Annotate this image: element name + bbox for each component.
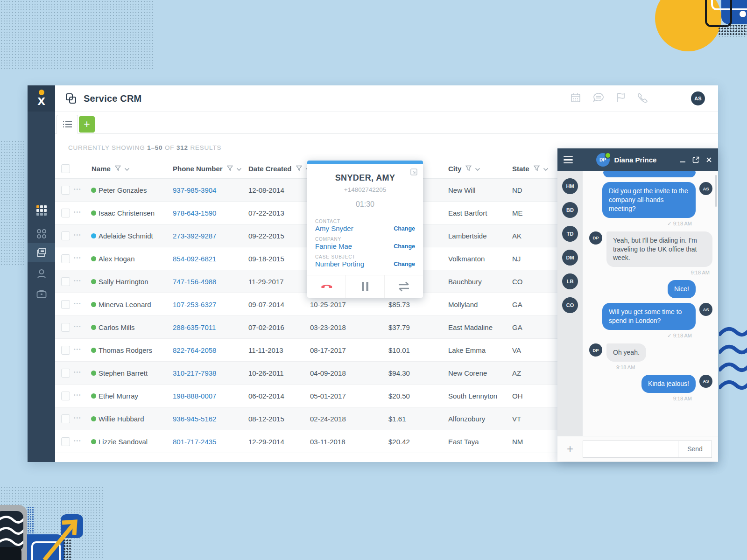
- change-link[interactable]: Change: [394, 261, 415, 267]
- cell-phone[interactable]: 978-643-1590: [173, 202, 216, 224]
- row-actions-menu[interactable]: •••: [74, 370, 82, 375]
- cell-phone[interactable]: 854-092-6821: [173, 247, 216, 270]
- cell-phone[interactable]: 198-888-0007: [173, 385, 216, 407]
- filter-icon[interactable]: [227, 165, 233, 173]
- row-actions-menu[interactable]: •••: [74, 255, 82, 260]
- row-actions-menu[interactable]: •••: [74, 301, 82, 306]
- row-checkbox[interactable]: [61, 277, 70, 286]
- expand-call-icon[interactable]: [410, 168, 417, 177]
- nextiva-logo[interactable]: x: [28, 85, 55, 112]
- sidebar-item-contacts[interactable]: [28, 265, 55, 283]
- conversation-avatar-dm[interactable]: DM: [562, 250, 578, 266]
- conversation-avatar-lb[interactable]: LB: [562, 273, 578, 289]
- sort-chevron-icon[interactable]: [543, 165, 549, 173]
- change-link[interactable]: Change: [394, 225, 415, 232]
- row-actions-menu[interactable]: •••: [74, 415, 82, 420]
- row-checkbox[interactable]: [61, 254, 70, 263]
- cell-phone[interactable]: 310-217-7938: [173, 362, 216, 384]
- column-label: Phone Number: [173, 165, 223, 173]
- cell-phone[interactable]: 273-392-9287: [173, 224, 216, 247]
- conversation-avatar-td[interactable]: TD: [562, 226, 578, 242]
- list-view-icon: [63, 121, 72, 128]
- row-checkbox[interactable]: [61, 437, 70, 446]
- row-checkbox[interactable]: [61, 414, 70, 423]
- sort-chevron-icon[interactable]: [236, 165, 242, 173]
- message-input[interactable]: [583, 441, 678, 457]
- flag-icon[interactable]: [616, 92, 626, 105]
- send-button[interactable]: Send: [678, 441, 712, 457]
- cell-name: Lizzie Sandoval: [99, 430, 148, 453]
- sidebar-item-dashboard[interactable]: [28, 224, 55, 243]
- tab-list-view[interactable]: [56, 115, 78, 134]
- filter-icon[interactable]: [296, 165, 302, 173]
- sidebar-item-cases[interactable]: [28, 285, 55, 303]
- row-checkbox[interactable]: [61, 369, 70, 378]
- sidebar-item-records[interactable]: [28, 243, 55, 262]
- filter-icon[interactable]: [115, 165, 121, 173]
- row-checkbox[interactable]: [61, 323, 70, 332]
- row-actions-menu[interactable]: •••: [74, 210, 82, 215]
- cell-city: Bauchbury: [448, 270, 482, 293]
- row-checkbox[interactable]: [61, 346, 70, 355]
- message-timestamp: ✓ 9:18 AM: [589, 333, 712, 339]
- row-checkbox[interactable]: [61, 209, 70, 217]
- conversation-avatar-hm[interactable]: HM: [562, 178, 578, 194]
- minimize-chat-icon[interactable]: [680, 157, 686, 163]
- chat-contact-name: Diana Prince: [614, 156, 657, 164]
- row-actions-menu[interactable]: •••: [74, 232, 82, 238]
- row-checkbox[interactable]: [61, 231, 70, 240]
- cell-city: Lambertside: [448, 224, 487, 247]
- status-dot: [91, 439, 96, 444]
- cell-phone[interactable]: 801-717-2435: [173, 430, 216, 453]
- hang-up-icon: [320, 280, 332, 293]
- hold-button[interactable]: [345, 275, 384, 298]
- column-header-date-created[interactable]: Date Created: [248, 159, 311, 178]
- row-checkbox[interactable]: [61, 300, 70, 309]
- call-field-value-link[interactable]: Amy Snyder: [315, 224, 353, 232]
- user-avatar[interactable]: AS: [691, 91, 705, 105]
- row-checkbox[interactable]: [61, 186, 70, 195]
- chat-menu-icon[interactable]: [564, 156, 573, 164]
- row-actions-menu[interactable]: •••: [74, 278, 82, 283]
- filter-icon[interactable]: [465, 165, 472, 173]
- filter-icon[interactable]: [534, 165, 540, 173]
- cell-phone[interactable]: 107-253-6327: [173, 293, 216, 315]
- row-actions-menu[interactable]: •••: [74, 392, 82, 398]
- transfer-button[interactable]: [384, 275, 423, 298]
- cell-city: South Lennyton: [448, 385, 497, 407]
- cell-phone[interactable]: 936-945-5162: [173, 407, 216, 430]
- column-header-state[interactable]: State: [512, 159, 549, 178]
- cell-name: Alex Hogan: [99, 247, 135, 270]
- close-chat-icon[interactable]: [706, 157, 712, 163]
- select-all-checkbox[interactable]: [61, 164, 70, 173]
- calendar-icon[interactable]: [571, 92, 581, 105]
- call-field-value-link[interactable]: Number Porting: [315, 260, 364, 268]
- add-tab-button[interactable]: +: [79, 116, 95, 133]
- change-link[interactable]: Change: [394, 243, 415, 250]
- column-header-phone-number[interactable]: Phone Number: [173, 159, 242, 178]
- cell-phone[interactable]: 937-985-3904: [173, 179, 216, 201]
- popout-chat-icon[interactable]: [692, 156, 699, 163]
- attach-button[interactable]: +: [557, 442, 583, 455]
- row-actions-menu[interactable]: •••: [74, 324, 82, 329]
- column-header-name[interactable]: Name: [92, 159, 130, 178]
- conversation-avatar-co[interactable]: CO: [562, 297, 578, 313]
- sort-chevron-icon[interactable]: [124, 165, 130, 173]
- hang-up-button[interactable]: [307, 275, 345, 298]
- phone-icon[interactable]: [638, 92, 648, 105]
- chat-scrollbar[interactable]: [715, 175, 717, 207]
- row-actions-menu[interactable]: •••: [74, 187, 82, 192]
- messages-icon[interactable]: [593, 92, 604, 105]
- conversation-avatar-bd[interactable]: BD: [562, 202, 578, 218]
- column-header-city[interactable]: City: [448, 159, 480, 178]
- row-actions-menu[interactable]: •••: [74, 347, 82, 352]
- call-field-value-link[interactable]: Fannie Mae: [315, 242, 352, 250]
- cell-phone[interactable]: 822-764-2058: [173, 339, 216, 361]
- row-actions-menu[interactable]: •••: [74, 438, 82, 443]
- sort-chevron-icon[interactable]: [475, 165, 480, 173]
- chat-contact: DP Diana Prince: [596, 153, 657, 167]
- row-checkbox[interactable]: [61, 392, 70, 400]
- cell-phone[interactable]: 288-635-7011: [173, 316, 216, 338]
- sidebar-item-apps[interactable]: [28, 201, 55, 220]
- cell-phone[interactable]: 747-156-4988: [173, 270, 216, 293]
